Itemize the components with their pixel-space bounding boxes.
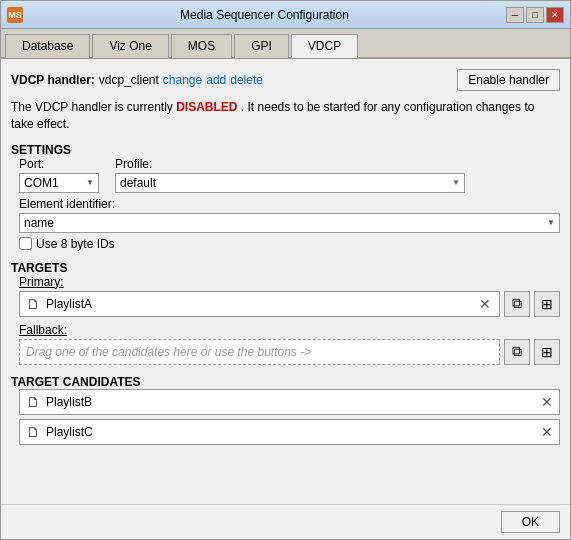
candidate-remove-0[interactable]: ✕ (541, 394, 553, 410)
fallback-placeholder: Drag one of the candidates here or use t… (26, 345, 311, 359)
port-field-group: Port: COM1 ▼ (19, 157, 99, 193)
fallback-copy-button[interactable]: ⧉ (504, 339, 530, 365)
profile-label: Profile: (115, 157, 465, 171)
status-prefix: The VDCP handler is currently (11, 100, 176, 114)
use-8byte-checkbox[interactable] (19, 237, 32, 250)
element-identifier-value: name (24, 216, 543, 230)
primary-clear-button[interactable]: ✕ (477, 296, 493, 312)
primary-copy-button[interactable]: ⧉ (504, 291, 530, 317)
target-candidates-section: TARGET CANDIDATES 🗋 PlaylistB ✕ 🗋 Playli… (11, 371, 560, 445)
profile-dropdown[interactable]: default ▼ (115, 173, 465, 193)
port-dropdown-arrow: ▼ (86, 178, 94, 187)
content-area: VDCP handler: vdcp_client change add del… (1, 59, 570, 504)
handler-row: VDCP handler: vdcp_client change add del… (11, 67, 560, 93)
fallback-copy-icon: ⧉ (512, 343, 522, 360)
title-bar-controls: ─ □ ✕ (506, 7, 564, 23)
primary-copy-icon: ⧉ (512, 295, 522, 312)
footer: OK (1, 504, 570, 539)
primary-image-button[interactable]: ⊞ (534, 291, 560, 317)
element-identifier-arrow: ▼ (547, 218, 555, 227)
fallback-label: Fallback: (19, 323, 560, 337)
app-icon: MS (7, 7, 23, 23)
primary-image-icon: ⊞ (541, 296, 553, 312)
settings-section: SETTINGS Port: COM1 ▼ Profile: default (11, 139, 560, 251)
candidate-name-0: PlaylistB (46, 395, 541, 409)
handler-name: vdcp_client (99, 73, 159, 87)
ok-button[interactable]: OK (501, 511, 560, 533)
tab-bar: Database Viz One MOS GPI VDCP (1, 29, 570, 59)
tab-gpi[interactable]: GPI (234, 34, 289, 58)
use-8byte-label: Use 8 byte IDs (36, 237, 115, 251)
status-disabled-word: DISABLED (176, 100, 237, 114)
candidates-list: 🗋 PlaylistB ✕ 🗋 PlaylistC ✕ (11, 389, 560, 445)
targets-section: TARGETS Primary: 🗋 PlaylistA ✕ ⧉ (11, 257, 560, 365)
fallback-target-row: Fallback: Drag one of the candidates her… (19, 323, 560, 365)
title-bar: MS Media Sequencer Configuration ─ □ ✕ (1, 1, 570, 29)
primary-value: PlaylistA (46, 297, 477, 311)
tab-vdcp[interactable]: VDCP (291, 34, 358, 58)
candidate-icon-0: 🗋 (26, 394, 40, 410)
change-link[interactable]: change (163, 73, 202, 87)
targets-content: Primary: 🗋 PlaylistA ✕ ⧉ ⊞ (11, 275, 560, 365)
candidate-icon-1: 🗋 (26, 424, 40, 440)
profile-dropdown-arrow: ▼ (452, 178, 460, 187)
primary-input[interactable]: 🗋 PlaylistA ✕ (19, 291, 500, 317)
primary-label: Primary: (19, 275, 560, 289)
minimize-button[interactable]: ─ (506, 7, 524, 23)
candidate-name-1: PlaylistC (46, 425, 541, 439)
targets-label: TARGETS (11, 261, 560, 275)
settings-label: SETTINGS (11, 143, 560, 157)
restore-button[interactable]: □ (526, 7, 544, 23)
port-profile-row: Port: COM1 ▼ Profile: default ▼ (19, 157, 560, 193)
tab-viz-one[interactable]: Viz One (92, 34, 168, 58)
element-identifier-group: Element identifier: name ▼ (19, 197, 560, 233)
profile-value: default (120, 176, 448, 190)
port-dropdown[interactable]: COM1 ▼ (19, 173, 99, 193)
fallback-image-button[interactable]: ⊞ (534, 339, 560, 365)
status-text: The VDCP handler is currently DISABLED .… (11, 99, 560, 133)
enable-handler-button[interactable]: Enable handler (457, 69, 560, 91)
delete-link[interactable]: delete (230, 73, 263, 87)
primary-input-row: 🗋 PlaylistA ✕ ⧉ ⊞ (19, 291, 560, 317)
settings-grid: Port: COM1 ▼ Profile: default ▼ (11, 157, 560, 251)
handler-info: VDCP handler: vdcp_client change add del… (11, 73, 263, 87)
tab-database[interactable]: Database (5, 34, 90, 58)
handler-label: VDCP handler: (11, 73, 95, 87)
tab-mos[interactable]: MOS (171, 34, 232, 58)
candidate-remove-1[interactable]: ✕ (541, 424, 553, 440)
element-identifier-dropdown[interactable]: name ▼ (19, 213, 560, 233)
handler-links: change add delete (163, 73, 263, 87)
close-button[interactable]: ✕ (546, 7, 564, 23)
candidate-item-playlistb: 🗋 PlaylistB ✕ (19, 389, 560, 415)
port-value: COM1 (24, 176, 82, 190)
fallback-image-icon: ⊞ (541, 344, 553, 360)
element-identifier-label: Element identifier: (19, 197, 560, 211)
target-candidates-label: TARGET CANDIDATES (11, 375, 560, 389)
fallback-input[interactable]: Drag one of the candidates here or use t… (19, 339, 500, 365)
use-8byte-row: Use 8 byte IDs (19, 237, 560, 251)
main-window: MS Media Sequencer Configuration ─ □ ✕ D… (0, 0, 571, 540)
primary-doc-icon: 🗋 (26, 296, 40, 312)
profile-field-group: Profile: default ▼ (115, 157, 465, 193)
window-title: Media Sequencer Configuration (23, 8, 506, 22)
fallback-input-row: Drag one of the candidates here or use t… (19, 339, 560, 365)
add-link[interactable]: add (206, 73, 226, 87)
candidate-item-playlistc: 🗋 PlaylistC ✕ (19, 419, 560, 445)
port-label: Port: (19, 157, 99, 171)
primary-target-row: Primary: 🗋 PlaylistA ✕ ⧉ ⊞ (19, 275, 560, 317)
